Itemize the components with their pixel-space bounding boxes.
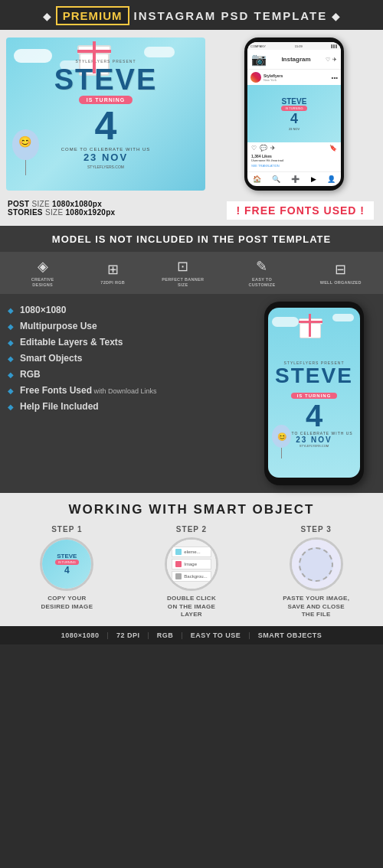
phone-balloon-string — [281, 448, 282, 458]
header: ◆ PREMIUM INSTAGRAM PSD TEMPLATE ◆ — [0, 0, 383, 30]
step2-layer-icon-2 — [175, 561, 182, 567]
ig-reels-icon[interactable]: ▶ — [311, 175, 316, 183]
ig-share-icon: ✈ — [270, 145, 276, 152]
step2-layer-3-label: Backgrou... — [184, 574, 207, 579]
features-icons-row: ◈ CREATIVE DESIGNS ⊞ 72DPI RGB ⊡ PERFECT… — [0, 252, 383, 294]
preview-section: 😊 STYLEFLYERS PRESENT STEVE IS TURNING 4… — [0, 30, 383, 197]
stories-size-value: SIZE — [45, 208, 66, 217]
phone-instagram-mockup: COMPANY 15:09 ▌▌▌ 📷 Instagram ♡ ✈ — [211, 38, 377, 191]
phone-cloud-1 — [272, 317, 299, 327]
diamond-right-icon: ◆ — [332, 10, 340, 22]
step-circle-1: STEVE IS TURNING 4 — [40, 537, 93, 591]
step2-layer-icon — [175, 549, 182, 555]
feature-list-text: Multipurpose Use — [20, 321, 97, 331]
step-item-2: STEP 2 eleme... Image Backgrou... — [133, 525, 251, 618]
ig-image-content: STEVE IS TURNING 4 23 NOV — [281, 97, 306, 131]
ig-location: New York — [264, 78, 283, 82]
footer-item-3: RGB — [157, 631, 174, 639]
feature-list-text: Help File Included — [20, 401, 99, 412]
phone-time: 15:09 — [295, 44, 303, 48]
step-label: STEP 1 — [51, 525, 82, 534]
feature-list-text: Editable Layers & Texts — [20, 337, 123, 348]
features-list: ◆ 1080×1080 ◆ Multipurpose Use ◆ Editabl… — [8, 302, 245, 485]
post-dims: 1080x1080px — [52, 200, 102, 208]
smart-object-title: WORKING WITH SMART OBJECT — [8, 502, 375, 517]
feature-list-item: ◆ Smart Objects — [8, 353, 245, 364]
feature-icon-item: ◈ CREATIVE DESIGNS — [21, 258, 64, 288]
main-content: ◆ 1080×1080 ◆ Multipurpose Use ◆ Editabl… — [0, 294, 383, 493]
send-icon: ✈ — [332, 57, 337, 63]
feature-icon-label: EASY TO CUSTOMIZE — [241, 277, 283, 288]
footer-item-1: 1080×1080 — [61, 631, 100, 639]
step1-number: 4 — [64, 565, 70, 576]
step-label: STEP 3 — [301, 525, 332, 534]
feature-list-text: RGB — [20, 369, 41, 380]
feature-list-item: ◆ Free Fonts Used with Download Links — [8, 385, 245, 396]
step1-image: STEVE IS TURNING 4 — [42, 540, 91, 589]
phone-cloud-2 — [332, 314, 354, 321]
feature-list-item: ◆ RGB — [8, 369, 245, 380]
ig-post-image: STEVE IS TURNING 4 23 NOV — [247, 85, 341, 142]
step-description: DOUBLE CLICKON THE IMAGELAYER — [167, 595, 216, 618]
ig-profile-icon[interactable]: 👤 — [327, 175, 336, 183]
phone-large-screen: 😊 STYLEFLYERS PRESENT STEVE IS TURNING 4… — [268, 308, 360, 478]
post-label: POST — [8, 200, 29, 208]
info-row: POST SIZE 1080x1080px STORIES SIZE 1080x… — [0, 197, 383, 226]
dark-banner: MODEL IS NOT INCLUDED IN THE POST TEMPLA… — [0, 226, 383, 252]
ig-bookmark-icon: 🔖 — [329, 145, 337, 152]
step2-layer-icon-3 — [175, 573, 182, 579]
feature-list-text: Smart Objects — [20, 353, 82, 364]
camera-icon: 📷 — [251, 52, 267, 67]
step1-badge: IS TURNING — [55, 560, 79, 565]
feature-icon-symbol: ⊞ — [107, 261, 119, 278]
stories-size-line: STORIES SIZE 1080x1920px — [8, 208, 210, 217]
heart-icon: ♡ — [326, 57, 330, 63]
post-size-line: POST SIZE 1080x1080px — [8, 200, 210, 208]
feature-icon-label: PERFECT BANNER SIZE — [162, 277, 204, 288]
ig-image-turning: IS TURNING — [281, 106, 306, 111]
ig-avatar — [250, 72, 261, 83]
step2-layers: eleme... Image Backgrou... — [169, 544, 213, 584]
stories-dims: 1080x1920px — [65, 208, 115, 217]
free-fonts-badge: ! FREE FONTS USED ! — [225, 200, 375, 221]
step2-layer-label: eleme... — [184, 550, 200, 554]
ig-caption: Username Hit #marinad — [247, 158, 341, 164]
phone-gift-icon — [297, 314, 324, 338]
bullet-diamond-icon: ◆ — [8, 370, 14, 379]
step-circle-2: eleme... Image Backgrou... — [165, 537, 218, 591]
step2-layer-3: Backgrou... — [172, 571, 211, 582]
flyer-date: 23 NOV — [83, 152, 128, 163]
phone-large-frame: 😊 STYLEFLYERS PRESENT STEVE IS TURNING 4… — [264, 302, 364, 485]
phone-signal-icon: ▌▌▌ — [331, 44, 338, 48]
phone-gift-ribbon-v — [309, 314, 311, 337]
ig-user-info: Styleflyers New York — [264, 73, 283, 82]
feature-icon-symbol: ⊡ — [177, 258, 188, 275]
free-fonts-text: ! FREE FONTS USED ! — [236, 204, 365, 217]
feature-icon-item: ⊟ WELL ORGANIZED — [320, 261, 362, 286]
step-item-3: STEP 3 PASTE YOUR IMAGE,SAVE AND CLOSETH… — [257, 525, 375, 618]
post-size-value: SIZE — [32, 200, 53, 208]
ig-home-icon[interactable]: 🏠 — [253, 175, 261, 183]
phone-balloon-face: 😊 — [277, 432, 286, 441]
feature-icon-item: ⊡ PERFECT BANNER SIZE — [162, 258, 204, 288]
instagram-logo: Instagram — [281, 56, 310, 63]
phone-large-container: 😊 STYLEFLYERS PRESENT STEVE IS TURNING 4… — [253, 302, 375, 485]
ig-search-nav-icon[interactable]: 🔍 — [272, 175, 280, 183]
feature-icon-label: CREATIVE DESIGNS — [21, 277, 64, 288]
step2-layer-1: eleme... — [172, 547, 211, 557]
ig-add-icon[interactable]: ➕ — [291, 175, 300, 183]
step2-image: eleme... Image Backgrou... — [167, 540, 216, 589]
ig-image-number: 4 — [281, 111, 306, 127]
footer-divider: | — [107, 631, 109, 639]
step3-image — [292, 540, 341, 589]
step-description: COPY YOURDESIRED IMAGE — [41, 595, 93, 611]
flyer-preview: 😊 STYLEFLYERS PRESENT STEVE IS TURNING 4… — [6, 38, 205, 191]
step-description: PASTE YOUR IMAGE,SAVE AND CLOSETHE FILE — [283, 595, 349, 618]
flyer-name: STEVE — [54, 65, 158, 94]
step-item-1: STEP 1 STEVE IS TURNING 4 COPY YOURDESIR… — [8, 525, 126, 618]
ig-translate-link[interactable]: SEE TRANSLATION — [247, 164, 341, 168]
feature-list-item: ◆ Help File Included — [8, 401, 245, 412]
feature-icon-label: WELL ORGANIZED — [320, 280, 362, 286]
ig-username: Styleflyers — [264, 73, 283, 78]
ig-like-icon: ♡ — [251, 145, 257, 152]
